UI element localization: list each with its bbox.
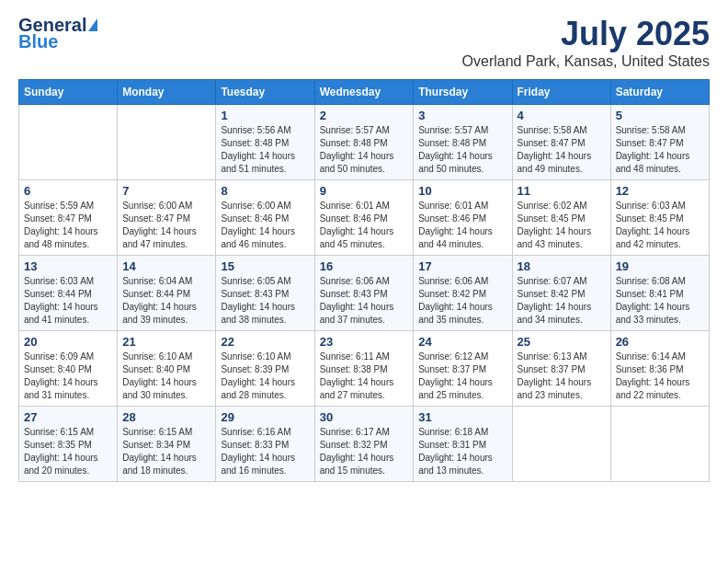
calendar-cell: 4Sunrise: 5:58 AM Sunset: 8:47 PM Daylig… [512,105,610,180]
calendar-cell: 31Sunrise: 6:18 AM Sunset: 8:31 PM Dayli… [414,407,512,482]
header-tuesday: Tuesday [216,80,314,105]
day-number: 3 [418,109,506,122]
day-info: Sunrise: 6:05 AM Sunset: 8:43 PM Dayligh… [221,275,309,327]
calendar-cell: 8Sunrise: 6:00 AM Sunset: 8:46 PM Daylig… [216,180,314,256]
calendar-header-row: SundayMondayTuesdayWednesdayThursdayFrid… [19,80,710,105]
calendar-cell: 16Sunrise: 6:06 AM Sunset: 8:43 PM Dayli… [314,256,414,331]
day-number: 8 [221,184,309,198]
calendar-title: July 2025 [462,15,710,53]
calendar-cell [118,105,216,180]
day-info: Sunrise: 6:04 AM Sunset: 8:44 PM Dayligh… [122,275,210,327]
calendar-cell: 3Sunrise: 5:57 AM Sunset: 8:48 PM Daylig… [414,105,512,180]
day-number: 17 [418,259,506,273]
day-number: 14 [122,259,210,273]
day-info: Sunrise: 6:00 AM Sunset: 8:46 PM Dayligh… [221,200,309,251]
calendar-cell: 15Sunrise: 6:05 AM Sunset: 8:43 PM Dayli… [216,256,314,331]
calendar-cell: 5Sunrise: 5:58 AM Sunset: 8:47 PM Daylig… [610,105,709,180]
day-info: Sunrise: 6:07 AM Sunset: 8:42 PM Dayligh… [518,275,606,327]
header-wednesday: Wednesday [314,80,414,105]
logo-triangle-icon [88,18,97,31]
day-number: 28 [122,410,210,424]
calendar-cell: 13Sunrise: 6:03 AM Sunset: 8:44 PM Dayli… [19,256,118,331]
day-info: Sunrise: 6:01 AM Sunset: 8:46 PM Dayligh… [320,200,409,251]
calendar-week-row: 20Sunrise: 6:09 AM Sunset: 8:40 PM Dayli… [19,331,710,407]
day-info: Sunrise: 5:58 AM Sunset: 8:47 PM Dayligh… [616,124,704,176]
day-number: 10 [418,184,506,198]
day-number: 22 [221,335,309,349]
calendar-cell: 25Sunrise: 6:13 AM Sunset: 8:37 PM Dayli… [512,331,610,407]
calendar-week-row: 1Sunrise: 5:56 AM Sunset: 8:48 PM Daylig… [19,105,710,180]
calendar-cell: 29Sunrise: 6:16 AM Sunset: 8:33 PM Dayli… [216,407,314,482]
day-number: 31 [418,410,506,424]
calendar-cell: 12Sunrise: 6:03 AM Sunset: 8:45 PM Dayli… [610,180,709,256]
title-block: July 2025 Overland Park, Kansas, United … [462,15,710,70]
logo-blue: Blue [18,31,97,52]
day-number: 15 [221,259,309,273]
calendar-week-row: 6Sunrise: 5:59 AM Sunset: 8:47 PM Daylig… [19,180,710,256]
calendar-cell: 21Sunrise: 6:10 AM Sunset: 8:40 PM Dayli… [118,331,216,407]
day-number: 20 [24,335,112,349]
day-info: Sunrise: 6:16 AM Sunset: 8:33 PM Dayligh… [221,426,309,477]
day-info: Sunrise: 5:57 AM Sunset: 8:48 PM Dayligh… [418,124,506,176]
header-friday: Friday [512,80,610,105]
day-info: Sunrise: 6:10 AM Sunset: 8:39 PM Dayligh… [221,350,309,402]
calendar-cell: 9Sunrise: 6:01 AM Sunset: 8:46 PM Daylig… [314,180,414,256]
day-info: Sunrise: 6:02 AM Sunset: 8:45 PM Dayligh… [518,200,606,251]
calendar-cell: 24Sunrise: 6:12 AM Sunset: 8:37 PM Dayli… [414,331,512,407]
day-info: Sunrise: 6:15 AM Sunset: 8:34 PM Dayligh… [122,426,210,477]
header-thursday: Thursday [414,80,512,105]
day-number: 16 [320,259,409,273]
logo: General Blue [18,15,97,52]
day-info: Sunrise: 6:08 AM Sunset: 8:41 PM Dayligh… [616,275,704,327]
day-number: 1 [221,109,309,122]
day-number: 2 [320,109,409,122]
day-number: 24 [418,335,506,349]
calendar-cell: 22Sunrise: 6:10 AM Sunset: 8:39 PM Dayli… [216,331,314,407]
day-info: Sunrise: 5:57 AM Sunset: 8:48 PM Dayligh… [320,124,409,176]
calendar-cell: 17Sunrise: 6:06 AM Sunset: 8:42 PM Dayli… [414,256,512,331]
calendar-cell: 20Sunrise: 6:09 AM Sunset: 8:40 PM Dayli… [19,331,118,407]
day-info: Sunrise: 6:14 AM Sunset: 8:36 PM Dayligh… [616,350,704,402]
calendar-cell: 19Sunrise: 6:08 AM Sunset: 8:41 PM Dayli… [610,256,709,331]
day-number: 30 [320,410,409,424]
day-number: 7 [122,184,210,198]
day-info: Sunrise: 6:10 AM Sunset: 8:40 PM Dayligh… [122,350,210,402]
day-info: Sunrise: 6:01 AM Sunset: 8:46 PM Dayligh… [418,200,506,251]
day-info: Sunrise: 6:03 AM Sunset: 8:45 PM Dayligh… [616,200,704,251]
calendar-cell [512,407,610,482]
day-number: 12 [616,184,704,198]
calendar-week-row: 27Sunrise: 6:15 AM Sunset: 8:35 PM Dayli… [19,407,710,482]
day-number: 4 [518,109,606,122]
day-number: 23 [320,335,409,349]
calendar-cell: 7Sunrise: 6:00 AM Sunset: 8:47 PM Daylig… [118,180,216,256]
header-saturday: Saturday [610,80,709,105]
day-number: 11 [518,184,606,198]
calendar-cell [610,407,709,482]
page-header: General Blue July 2025 Overland Park, Ka… [18,15,710,70]
calendar-table: SundayMondayTuesdayWednesdayThursdayFrid… [18,79,710,482]
day-number: 19 [616,259,704,273]
calendar-cell: 2Sunrise: 5:57 AM Sunset: 8:48 PM Daylig… [314,105,414,180]
day-info: Sunrise: 6:03 AM Sunset: 8:44 PM Dayligh… [24,275,112,327]
day-info: Sunrise: 6:17 AM Sunset: 8:32 PM Dayligh… [320,426,409,477]
header-monday: Monday [118,80,216,105]
day-info: Sunrise: 6:15 AM Sunset: 8:35 PM Dayligh… [24,426,112,477]
calendar-subtitle: Overland Park, Kansas, United States [462,53,710,70]
day-info: Sunrise: 6:18 AM Sunset: 8:31 PM Dayligh… [418,426,506,477]
header-sunday: Sunday [19,80,118,105]
day-number: 29 [221,410,309,424]
day-info: Sunrise: 6:00 AM Sunset: 8:47 PM Dayligh… [122,200,210,251]
day-number: 6 [24,184,112,198]
day-number: 25 [518,335,606,349]
day-number: 26 [616,335,704,349]
calendar-week-row: 13Sunrise: 6:03 AM Sunset: 8:44 PM Dayli… [19,256,710,331]
calendar-cell: 30Sunrise: 6:17 AM Sunset: 8:32 PM Dayli… [314,407,414,482]
day-info: Sunrise: 6:06 AM Sunset: 8:43 PM Dayligh… [320,275,409,327]
day-number: 21 [122,335,210,349]
day-info: Sunrise: 6:06 AM Sunset: 8:42 PM Dayligh… [418,275,506,327]
day-info: Sunrise: 5:56 AM Sunset: 8:48 PM Dayligh… [221,124,309,176]
day-number: 13 [24,259,112,273]
calendar-cell [19,105,118,180]
day-info: Sunrise: 6:11 AM Sunset: 8:38 PM Dayligh… [320,350,409,402]
day-number: 5 [616,109,704,122]
